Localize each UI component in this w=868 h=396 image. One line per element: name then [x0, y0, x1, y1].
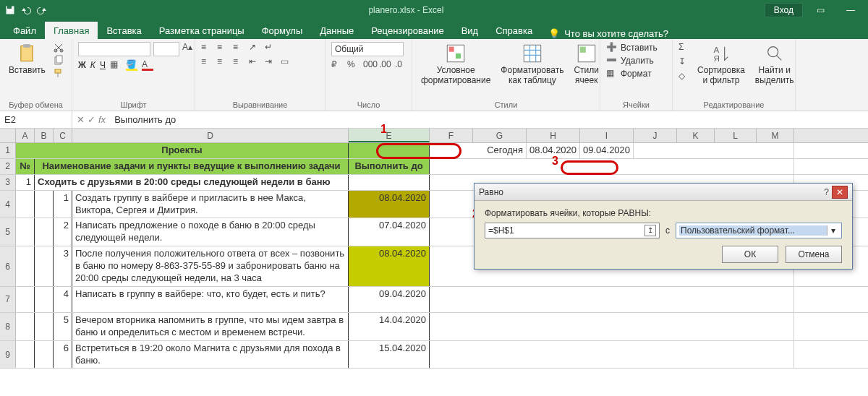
align-left-icon[interactable]: ≡: [201, 56, 213, 68]
subtask-num[interactable]: 2: [54, 218, 72, 246]
task-num[interactable]: [16, 287, 35, 312]
task-num[interactable]: [16, 313, 35, 340]
row-header[interactable]: 6: [0, 246, 16, 286]
task-date[interactable]: 08.04.2020: [349, 191, 430, 218]
tab-file[interactable]: Файл: [4, 22, 45, 39]
sort-filter-button[interactable]: AЯ Сортировка и фильтр: [694, 42, 748, 87]
row-header[interactable]: 7: [0, 287, 16, 312]
task-num[interactable]: [16, 341, 35, 369]
col-header-h[interactable]: H: [527, 129, 580, 142]
number-format-combo[interactable]: Общий: [331, 42, 404, 56]
blank[interactable]: [430, 287, 794, 312]
col-header-e[interactable]: E: [349, 129, 430, 142]
row-header[interactable]: 3: [0, 175, 16, 190]
tell-me-search[interactable]: 💡 Что вы хотите сделать?: [548, 28, 668, 39]
col-header-j[interactable]: J: [634, 129, 677, 142]
task-text[interactable]: Сходить с друзьями в 20:00 среды следующ…: [35, 175, 349, 190]
cut-icon[interactable]: [53, 42, 64, 53]
header-blank[interactable]: [349, 143, 430, 158]
name-box[interactable]: E2: [0, 111, 72, 128]
subtask-num[interactable]: 1: [54, 191, 72, 218]
wrap-text-icon[interactable]: ↵: [265, 42, 276, 53]
indent-dec-icon[interactable]: ⇤: [249, 56, 260, 68]
minimize-icon[interactable]: —: [838, 2, 864, 18]
task-date[interactable]: 08.04.2020: [349, 246, 430, 286]
row-header[interactable]: 5: [0, 218, 16, 246]
ribbon-options-icon[interactable]: ▭: [807, 2, 833, 18]
font-color-icon[interactable]: A: [142, 59, 153, 71]
decimal-inc-icon[interactable]: .00: [379, 59, 391, 71]
task-date[interactable]: [349, 175, 430, 190]
col-header-c[interactable]: C: [54, 129, 72, 142]
fill-icon[interactable]: ↧: [678, 56, 690, 68]
subtask-num[interactable]: 6: [54, 341, 72, 369]
cell-styles-button[interactable]: Стили ячеек: [571, 42, 602, 87]
dialog-close-button[interactable]: ✕: [832, 186, 848, 199]
bold-button[interactable]: Ж: [78, 60, 86, 70]
col-header-i[interactable]: I: [580, 129, 634, 142]
blank[interactable]: [430, 341, 794, 369]
format-cells-button[interactable]: ▦Формат: [606, 68, 652, 79]
header-num[interactable]: №: [16, 159, 35, 174]
row-header[interactable]: 8: [0, 313, 16, 340]
collapse-dialog-icon[interactable]: ↥: [644, 225, 656, 236]
today-label[interactable]: Сегодня: [430, 143, 527, 158]
find-select-button[interactable]: Найти и выделить: [752, 42, 797, 87]
col-header-k[interactable]: K: [677, 129, 715, 142]
dialog-format-select[interactable]: Пользовательский формат... ▾: [676, 223, 842, 238]
font-family-combo[interactable]: [78, 42, 150, 56]
date-i[interactable]: 09.04.2020: [580, 143, 634, 158]
conditional-format-button[interactable]: Условное форматирование: [418, 42, 493, 87]
task-num[interactable]: [16, 191, 35, 218]
insert-cells-button[interactable]: ➕Вставить: [606, 42, 658, 53]
task-text[interactable]: Написать предложение о походе в баню в 2…: [72, 218, 349, 246]
select-all-corner[interactable]: [0, 129, 16, 142]
clear-icon[interactable]: ◇: [678, 71, 690, 82]
italic-button[interactable]: К: [90, 60, 95, 70]
task-text[interactable]: Написать в группу в вайбере: что, кто бу…: [72, 287, 349, 312]
align-top-icon[interactable]: ≡: [201, 42, 213, 53]
copy-icon[interactable]: [53, 55, 64, 66]
col-header-b[interactable]: B: [35, 129, 54, 142]
header-task[interactable]: Наименование задачи и пункты ведущие к в…: [35, 159, 349, 174]
merge-icon[interactable]: ▭: [281, 56, 292, 68]
subtask-num[interactable]: 5: [54, 313, 72, 340]
underline-button[interactable]: Ч: [100, 60, 106, 70]
blank[interactable]: [35, 341, 54, 369]
tab-help[interactable]: Справка: [487, 22, 541, 39]
align-center-icon[interactable]: ≡: [217, 56, 229, 68]
fx-icon[interactable]: fx: [98, 114, 106, 125]
col-header-a[interactable]: A: [16, 129, 35, 142]
format-painter-icon[interactable]: [53, 68, 64, 79]
tab-formulas[interactable]: Формулы: [253, 22, 312, 39]
format-as-table-button[interactable]: Форматировать как таблицу: [498, 42, 566, 87]
blank[interactable]: [35, 287, 54, 312]
col-header-d[interactable]: D: [72, 129, 349, 142]
blank[interactable]: [430, 313, 794, 340]
col-header-f[interactable]: F: [430, 129, 473, 142]
blank[interactable]: [35, 313, 54, 340]
tab-insert[interactable]: Вставка: [98, 22, 150, 39]
tab-view[interactable]: Вид: [453, 22, 488, 39]
task-text[interactable]: Встретиться в 19:20 около Магнита с друз…: [72, 341, 349, 369]
fill-color-icon[interactable]: 🪣: [126, 59, 137, 71]
percent-icon[interactable]: %: [347, 59, 359, 71]
dialog-value-input[interactable]: =$H$1 ↥: [485, 223, 660, 238]
align-bot-icon[interactable]: ≡: [233, 42, 244, 53]
subtask-num[interactable]: 3: [54, 246, 72, 286]
orientation-icon[interactable]: ↗: [249, 42, 260, 53]
task-date[interactable]: 14.04.2020: [349, 313, 430, 340]
align-right-icon[interactable]: ≡: [233, 56, 244, 68]
cancel-formula-icon[interactable]: ✕: [77, 114, 85, 125]
blank[interactable]: [430, 159, 794, 174]
decimal-dec-icon[interactable]: .0: [395, 59, 407, 71]
task-text[interactable]: Создать группу в вайбере и пригласить в …: [72, 191, 349, 218]
task-date[interactable]: 09.04.2020: [349, 287, 430, 312]
blank[interactable]: [35, 218, 54, 246]
accept-formula-icon[interactable]: ✓: [88, 114, 95, 125]
undo-icon[interactable]: [20, 4, 32, 16]
thousands-icon[interactable]: 000: [363, 59, 375, 71]
subtask-num[interactable]: 4: [54, 287, 72, 312]
grow-font-icon[interactable]: A▴: [182, 42, 194, 53]
task-text[interactable]: Вечером вторника напомнить в группе, что…: [72, 313, 349, 340]
